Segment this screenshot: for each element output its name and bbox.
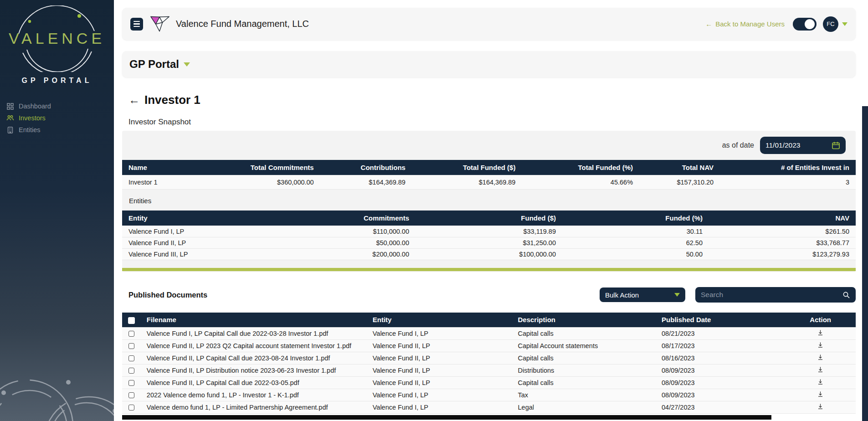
column-header: # of Entities Invest in: [720, 160, 856, 175]
checkbox-cell: [122, 389, 141, 401]
document-link[interactable]: Valence Fund II, LP Capital Call due 202…: [141, 352, 367, 364]
entity-cell: Valence Fund I, LP: [367, 327, 513, 339]
portal-caret-icon[interactable]: [184, 62, 190, 67]
download-button[interactable]: [817, 366, 824, 373]
back-to-manage-users-link[interactable]: ← Back to Manage Users: [705, 20, 785, 28]
column-header: Total Commitments: [217, 160, 320, 175]
published-documents-table: FilenameEntityDescriptionPublished DateA…: [122, 313, 856, 414]
investor-heading: ← Investor 1: [128, 93, 856, 107]
menu-button[interactable]: [130, 18, 143, 31]
description-cell: Capital calls: [513, 327, 657, 339]
column-header: Commitments: [283, 210, 416, 226]
cell: $50,000.00: [283, 237, 416, 249]
horizontal-scrollbar-thumb[interactable]: [122, 268, 856, 271]
entity-link[interactable]: Valence Fund I, LP: [122, 226, 283, 237]
table-row: 2022 Valence demo fund 1, LP - Investor …: [122, 389, 856, 401]
published-date-cell: 08/09/2023: [656, 389, 785, 401]
calendar-icon: [832, 141, 840, 150]
checkbox-cell: [122, 364, 141, 376]
table-header-row: NameTotal CommitmentsContributionsTotal …: [122, 160, 856, 175]
sidebar-item-label: Entities: [19, 126, 41, 133]
sidebar-item-dashboard[interactable]: Dashboard: [6, 100, 114, 112]
table-header-row: EntityCommitmentsFunded ($)Funded (%)NAV: [122, 210, 856, 226]
search-input[interactable]: [701, 291, 842, 299]
download-button[interactable]: [817, 391, 824, 398]
download-button[interactable]: [817, 403, 824, 410]
vertical-scrollbar[interactable]: [862, 106, 868, 421]
as-of-date-input[interactable]: 11/01/2023: [760, 137, 846, 154]
row-checkbox[interactable]: [128, 392, 134, 398]
description-cell: Capital calls: [513, 376, 657, 389]
entity-link[interactable]: Valence Fund II, LP: [122, 237, 283, 249]
entity-cell: Valence Fund II, LP: [367, 352, 513, 364]
cell: $200,000.00: [283, 249, 416, 260]
document-link[interactable]: Valence demo fund 1, LP - Limited Partne…: [141, 401, 367, 413]
avatar[interactable]: FC: [823, 16, 838, 32]
sidebar-nav: Dashboard Investors Entities: [6, 100, 114, 136]
action-cell: [785, 376, 856, 389]
document-link[interactable]: Valence Fund II, LP 2023 Q2 Capital acco…: [141, 339, 367, 352]
row-checkbox[interactable]: [128, 331, 134, 337]
cell: $33,119.89: [416, 226, 562, 237]
theme-toggle[interactable]: [793, 18, 817, 31]
investor-snapshot-table: NameTotal CommitmentsContributionsTotal …: [122, 160, 856, 190]
column-header: Total Funded (%): [522, 160, 639, 175]
table-row: Valence Fund I, LP$110,000.00$33,119.893…: [122, 226, 856, 237]
column-header: Total NAV: [639, 160, 720, 175]
sidebar-item-investors[interactable]: Investors: [6, 112, 114, 124]
select-all-header-cell: [122, 313, 141, 327]
row-checkbox[interactable]: [128, 355, 134, 361]
download-button[interactable]: [817, 329, 824, 336]
back-arrow-icon[interactable]: ←: [128, 94, 140, 106]
cell: 3: [720, 175, 856, 190]
entity-cell: Valence Fund II, LP: [367, 364, 513, 376]
column-header: NAV: [709, 210, 856, 226]
row-checkbox[interactable]: [128, 405, 134, 411]
entity-cell: Valence Fund II, LP: [367, 376, 513, 389]
download-button[interactable]: [817, 354, 824, 361]
search-icon: [842, 291, 850, 299]
table-row: Valence Fund II, LP$50,000.00$31,250.006…: [122, 237, 856, 249]
download-button[interactable]: [817, 342, 824, 349]
select-all-checkbox[interactable]: [128, 317, 135, 324]
table-row: Valence Fund II, LP 2023 Q2 Capital acco…: [122, 339, 856, 352]
published-date-cell: 08/17/2023: [656, 339, 785, 352]
bulk-action-button[interactable]: Bulk Action: [600, 288, 685, 302]
row-checkbox[interactable]: [128, 380, 134, 386]
cell: $157,310.20: [639, 175, 720, 190]
sidebar-item-entities[interactable]: Entities: [6, 124, 114, 136]
cell: $31,250.00: [416, 237, 562, 249]
account-menu-caret-icon[interactable]: [842, 22, 847, 26]
checkbox-cell: [122, 376, 141, 389]
action-cell: [785, 401, 856, 413]
column-header: Name: [122, 160, 217, 175]
download-icon: [817, 403, 824, 410]
column-header: Published Date: [656, 313, 785, 327]
entity-link[interactable]: Valence Fund III, LP: [122, 249, 283, 260]
download-button[interactable]: [817, 379, 824, 385]
cell: $123,279.93: [709, 249, 856, 260]
column-header: Description: [513, 313, 657, 327]
horizontal-scrollbar[interactable]: [122, 415, 771, 420]
checkbox-cell: [122, 327, 141, 339]
column-header: Filename: [141, 313, 367, 327]
table-row: Valence Fund III, LP$200,000.00$100,000.…: [122, 249, 856, 260]
document-link[interactable]: Valence Fund II, LP Capital Call due 202…: [141, 376, 367, 389]
document-link[interactable]: Valence Fund I, LP Capital Call due 2022…: [141, 327, 367, 339]
checkbox-cell: [122, 352, 141, 364]
decorative-circles: [0, 348, 114, 421]
snapshot-section-label: Investor Snapshot: [128, 118, 856, 127]
document-link[interactable]: Valence Fund II, LP Distribution notice …: [141, 364, 367, 376]
grid-icon: [6, 103, 14, 110]
valence-brand-logo: VALENCE: [8, 5, 106, 72]
published-date-cell: 08/09/2023: [656, 364, 785, 376]
search-box: [695, 287, 856, 303]
description-cell: Capital Account statements: [513, 339, 657, 352]
download-icon: [817, 391, 824, 398]
document-link[interactable]: 2022 Valence demo fund 1, LP - Investor …: [141, 389, 367, 401]
row-checkbox[interactable]: [128, 368, 134, 374]
cell: $261.50: [709, 226, 856, 237]
table-row: Investor 1$360,000.00$164,369.89$164,369…: [122, 175, 856, 190]
row-checkbox[interactable]: [128, 343, 134, 349]
cell: Investor 1: [122, 175, 217, 190]
